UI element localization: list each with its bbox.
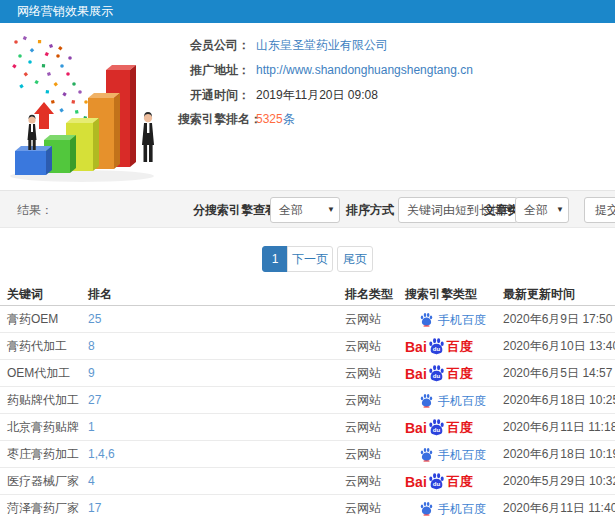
baidu-cn-text: 百度	[447, 334, 473, 360]
header-updated: 最新更新时间	[503, 283, 575, 305]
rank-link[interactable]: 17	[88, 495, 101, 520]
baidu-paw-icon: du	[427, 418, 446, 437]
article-type-value: 全部	[524, 203, 548, 217]
rank-type-cell: 云网站	[345, 441, 381, 467]
rank-link[interactable]: 4	[88, 468, 95, 494]
baidu-logo: Baidu百度	[405, 414, 473, 441]
baidu-paw-icon	[419, 447, 434, 462]
baidu-cn-text: 百度	[447, 415, 473, 441]
engine-filter-value: 全部	[279, 203, 303, 217]
growth-chart-illustration	[2, 28, 190, 188]
engine-cell: Baidu百度	[405, 414, 473, 441]
baidu-bai-text: Bai	[405, 415, 427, 441]
engine-label: 手机百度	[438, 388, 486, 414]
keyword-cell: 医疗器械厂家	[7, 468, 79, 494]
baidu-paw-icon: du	[427, 364, 446, 383]
table-row: 医疗器械厂家4云网站Baidu百度2020年5月29日 10:32	[0, 468, 615, 495]
table-body: 膏药OEM25云网站手机百度2020年6月9日 17:50膏药代加工8云网站Ba…	[0, 306, 615, 520]
open-time-label: 开通时间：	[178, 86, 250, 104]
header-keyword: 关键词	[7, 283, 43, 305]
updated-cell: 2020年6月18日 10:19	[503, 441, 615, 467]
svg-text:du: du	[433, 372, 441, 379]
mobile-baidu-logo: 手机百度	[419, 441, 486, 468]
engine-label: 手机百度	[438, 442, 486, 468]
table-row: 菏泽膏药厂家17云网站手机百度2020年6月11日 11:40	[0, 495, 615, 520]
updated-cell: 2020年6月18日 10:25	[503, 387, 615, 413]
keyword-cell: OEM代加工	[7, 360, 70, 386]
page-last-button[interactable]: 尾页	[337, 246, 373, 272]
rank-type-cell: 云网站	[345, 414, 381, 440]
table-row: 药贴牌代加工27云网站手机百度2020年6月18日 10:25	[0, 387, 615, 414]
keyword-cell: 北京膏药贴牌	[7, 414, 79, 440]
table-header-row: 关键词 排名 排名类型 搜索引擎类型 最新更新时间	[0, 283, 615, 306]
rank-link[interactable]: 25	[88, 306, 101, 332]
promo-url-label: 推广地址：	[178, 61, 250, 79]
header-rank-type: 排名类型	[345, 283, 393, 305]
rank-link[interactable]: 1	[88, 414, 95, 440]
baidu-paw-icon	[419, 312, 434, 327]
baidu-logo: Baidu百度	[405, 468, 473, 495]
keyword-rank-table: 关键词 排名 排名类型 搜索引擎类型 最新更新时间 膏药OEM25云网站手机百度…	[0, 283, 615, 520]
article-type-select[interactable]: 全部 ▼	[515, 197, 569, 223]
svg-text:du: du	[433, 345, 441, 352]
baidu-paw-icon: du	[427, 337, 446, 356]
up-arrow-icon	[34, 102, 54, 129]
updated-cell: 2020年6月11日 11:18	[503, 414, 615, 440]
baidu-cn-text: 百度	[447, 469, 473, 495]
submit-button[interactable]: 提交	[584, 197, 615, 223]
baidu-bai-text: Bai	[405, 361, 427, 387]
updated-cell: 2020年6月9日 17:50	[503, 306, 612, 332]
updated-cell: 2020年6月10日 13:40	[503, 333, 615, 359]
baidu-paw-icon	[419, 393, 434, 408]
baidu-bai-text: Bai	[405, 469, 427, 495]
engine-cell: 手机百度	[405, 441, 486, 468]
table-row: 膏药代加工8云网站Baidu百度2020年6月10日 13:40	[0, 333, 615, 360]
rank-link[interactable]: 9	[88, 360, 95, 386]
rank-link[interactable]: 27	[88, 387, 101, 413]
updated-cell: 2020年6月11日 11:40	[503, 495, 615, 520]
baidu-paw-icon	[419, 501, 434, 516]
rank-type-cell: 云网站	[345, 333, 381, 359]
info-section: 会员公司： 山东皇圣堂药业有限公司 推广地址： http://www.shand…	[0, 23, 615, 190]
rank-link[interactable]: 8	[88, 333, 95, 359]
updated-cell: 2020年5月29日 10:32	[503, 468, 615, 494]
result-label: 结果：	[17, 191, 53, 229]
page-root: { "header": { "title": "网络营销效果展示", "bg_c…	[0, 0, 615, 520]
baidu-bai-text: Bai	[405, 334, 427, 360]
pagination: 1 下一页 尾页	[0, 246, 615, 273]
keyword-cell: 膏药代加工	[7, 333, 67, 359]
table-row: OEM代加工9云网站Baidu百度2020年6月5日 14:57	[0, 360, 615, 387]
engine-cell: 手机百度	[405, 387, 486, 414]
engine-filter-label: 分搜索引擎查看	[193, 191, 277, 229]
rank-link[interactable]: 1,4,6	[88, 441, 115, 467]
open-time-value: 2019年11月20日 09:08	[256, 86, 378, 104]
promo-url-link[interactable]: http://www.shandonghuangshengtang.cn	[256, 61, 473, 79]
mobile-baidu-logo: 手机百度	[419, 495, 486, 520]
page-current-button[interactable]: 1	[262, 246, 288, 272]
rank-type-cell: 云网站	[345, 360, 381, 386]
engine-cell: 手机百度	[405, 306, 486, 333]
rank-count-value: 5325条	[256, 110, 295, 128]
engine-label: 手机百度	[438, 496, 486, 520]
keyword-cell: 药贴牌代加工	[7, 387, 79, 413]
businessman-left	[28, 115, 37, 150]
rank-count-number: 5325	[256, 112, 283, 126]
rank-type-cell: 云网站	[345, 387, 381, 413]
table-row: 北京膏药贴牌1云网站Baidu百度2020年6月11日 11:18	[0, 414, 615, 441]
businessman-right	[142, 112, 154, 162]
header-engine-type: 搜索引擎类型	[405, 283, 477, 305]
bar-blue	[15, 146, 52, 175]
rank-type-cell: 云网站	[345, 468, 381, 494]
keyword-cell: 膏药OEM	[7, 306, 58, 332]
rank-type-cell: 云网站	[345, 495, 381, 520]
company-name-link[interactable]: 山东皇圣堂药业有限公司	[256, 36, 388, 54]
engine-cell: Baidu百度	[405, 333, 473, 360]
filter-bar: 结果： 分搜索引擎查看 全部 ▼ 排序方式 关键词由短到长排序 ▼ 文章类型 全…	[0, 190, 615, 228]
page-next-button[interactable]: 下一页	[287, 246, 333, 272]
keyword-cell: 枣庄膏药加工	[7, 441, 79, 467]
engine-filter-select[interactable]: 全部 ▼	[270, 197, 340, 223]
baidu-paw-icon: du	[427, 472, 446, 491]
confetti-dots	[12, 36, 88, 120]
engine-cell: Baidu百度	[405, 360, 473, 387]
company-label: 会员公司：	[178, 36, 250, 54]
